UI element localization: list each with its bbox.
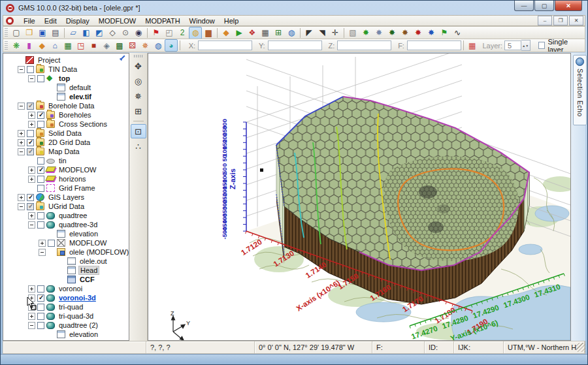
ortho-mode-button[interactable]: 2 <box>176 27 189 39</box>
mdi-restore-button[interactable]: ❐ <box>553 16 568 25</box>
grid2d-module-button[interactable]: ▦ <box>61 39 74 52</box>
mdi-close-button[interactable]: ✕ <box>569 16 583 25</box>
visibility-checkbox[interactable] <box>27 203 34 210</box>
new-coverage-button[interactable]: ⚑ <box>438 27 451 39</box>
expander-icon[interactable] <box>28 294 35 302</box>
data-calculator-button[interactable]: ▦ <box>259 27 272 39</box>
tab-selection-echo[interactable]: Selection Echo <box>573 55 587 125</box>
visibility-checkbox[interactable] <box>27 148 34 155</box>
solid-view-button[interactable]: ◆ <box>220 27 233 39</box>
visibility-checkbox[interactable] <box>37 322 44 329</box>
save-project-button[interactable]: ▣ <box>36 27 49 39</box>
lighting-options-button[interactable]: ◰ <box>163 27 176 39</box>
expander-icon[interactable] <box>28 322 35 329</box>
menu-window[interactable]: Window <box>185 16 220 25</box>
visibility-checkbox[interactable] <box>37 121 44 128</box>
expander-icon[interactable] <box>28 167 35 174</box>
tree-item-cross-sections[interactable]: Cross Sections <box>3 119 129 129</box>
shade-view-button[interactable]: ◍ <box>189 27 202 39</box>
tree-item-olele-modflow-[interactable]: olele (MODFLOW) <box>3 247 129 257</box>
visibility-checkbox[interactable] <box>37 167 44 174</box>
ugrid-module-button[interactable]: ◕ <box>165 39 178 52</box>
tree-item-head[interactable]: Head <box>3 266 129 275</box>
borehole-module-button[interactable]: ▮ <box>23 39 36 52</box>
tree-item-elevation[interactable]: elevation <box>3 229 129 238</box>
zoom-extents-button[interactable]: ◉ <box>132 27 145 39</box>
tree-item-quadtree-2-[interactable]: quadtree (2) <box>3 321 129 330</box>
tree-item-ccf[interactable]: CCF <box>3 275 129 284</box>
expander-icon[interactable] <box>39 240 46 247</box>
layer-spinner[interactable]: 5 <box>504 40 521 50</box>
expander-icon[interactable] <box>28 75 35 82</box>
close-button[interactable]: ✕ <box>555 1 582 11</box>
lasso-tool-button[interactable]: ∿ <box>451 27 464 39</box>
visibility-checkbox[interactable] <box>37 304 44 311</box>
layer-view-button[interactable]: ▦ <box>466 39 479 52</box>
conceptual-module-button[interactable]: ⌂ <box>48 39 61 52</box>
new-raster-button[interactable]: ✸ <box>425 27 438 39</box>
new-scatter-button[interactable]: ✸ <box>372 27 385 39</box>
tree-item-quadtree[interactable]: quadtree <box>3 211 129 220</box>
expander-icon[interactable] <box>28 313 35 320</box>
expander-icon[interactable] <box>28 285 35 293</box>
print-button[interactable]: ▤ <box>49 27 62 39</box>
grid-add-button[interactable]: ⊞ <box>272 27 285 39</box>
visibility-checkbox[interactable] <box>37 285 44 293</box>
expander-icon[interactable] <box>18 130 25 137</box>
tree-item-tin[interactable]: tin <box>3 156 129 165</box>
plan-view-button[interactable]: ◇ <box>106 27 119 39</box>
zoom-tool[interactable]: ◎ <box>131 74 146 88</box>
tree-item-elevation[interactable]: elevation <box>3 330 129 339</box>
run-model-button[interactable]: ▶ <box>233 27 246 39</box>
coord-field-f[interactable] <box>407 40 461 50</box>
solid-module-button[interactable]: ■ <box>87 39 100 52</box>
single-layer-checkbox[interactable] <box>538 42 546 49</box>
display-options-button[interactable]: ⚑ <box>150 27 163 39</box>
web-services-button[interactable]: ◍ <box>285 27 298 39</box>
select-mode-a-button[interactable]: ◤ <box>302 27 316 39</box>
rotate-tool[interactable]: ✥ <box>131 59 146 73</box>
scatter3d-module-button[interactable]: ⚄ <box>126 39 139 52</box>
menu-modpath[interactable]: MODPATH <box>140 16 184 25</box>
expander-icon[interactable] <box>18 139 25 146</box>
mdi-app-icon[interactable] <box>6 17 14 25</box>
open-project-button[interactable]: ❐ <box>23 27 36 39</box>
expander-icon[interactable] <box>28 121 35 128</box>
rotate-view-button[interactable]: ⊙ <box>119 27 132 39</box>
tree-item-map-data[interactable]: Map Data <box>3 147 129 156</box>
expander-icon[interactable] <box>28 212 35 219</box>
visibility-checkbox[interactable] <box>37 157 44 165</box>
visibility-checkbox[interactable] <box>27 130 34 137</box>
title-bar[interactable]: GMS 10.0.0 (32-bit) beta - [olele.gpr *] <box>1 1 587 15</box>
tree-item-top[interactable]: top <box>3 74 129 83</box>
tree-item-tri-quad[interactable]: tri-quad <box>3 302 129 311</box>
coord-field-z[interactable] <box>337 40 391 50</box>
tree-item-voronoi-3d[interactable]: voronoi-3d <box>3 293 129 302</box>
new-grid3d-button[interactable]: ✸ <box>385 27 399 39</box>
expander-icon[interactable] <box>39 249 46 256</box>
visibility-checkbox[interactable] <box>37 294 44 302</box>
oblique-view-button[interactable]: ▱ <box>67 27 80 39</box>
visibility-checkbox[interactable] <box>37 176 44 183</box>
visibility-checkbox[interactable] <box>27 139 34 146</box>
visibility-checkbox[interactable] <box>27 103 34 110</box>
tree-item-horizons[interactable]: horizons <box>3 174 129 183</box>
tree-item-ugrid-data[interactable]: UGrid Data <box>3 202 129 211</box>
tree-item-tri-quad-3d[interactable]: tri-quad-3d <box>3 311 129 321</box>
new-tin-button[interactable]: ✸ <box>359 27 372 39</box>
menu-file[interactable]: File <box>19 16 40 25</box>
select-mode-b-button[interactable]: ◥ <box>316 27 329 39</box>
visibility-checkbox[interactable] <box>37 185 44 192</box>
select-vertex-tool[interactable]: ∴ <box>131 139 146 153</box>
tree-item-project[interactable]: Project <box>3 56 129 65</box>
maximize-button[interactable]: ▢ <box>534 1 554 11</box>
expander-icon[interactable] <box>18 194 25 201</box>
map-module-button[interactable]: ✵ <box>139 39 152 52</box>
tree-item-grid-frame[interactable]: Grid Frame <box>3 183 129 193</box>
tree-item-borehole-data[interactable]: Borehole Data <box>3 101 129 110</box>
solids-module-button[interactable]: ◆ <box>35 39 48 52</box>
pan-tool[interactable]: ✵ <box>131 89 146 103</box>
tree-item-modflow[interactable]: MODFLOW <box>3 238 129 247</box>
front-view-button[interactable]: ◧ <box>80 27 93 39</box>
tree-item-2d-grid-data[interactable]: 2D Grid Data <box>3 138 129 147</box>
